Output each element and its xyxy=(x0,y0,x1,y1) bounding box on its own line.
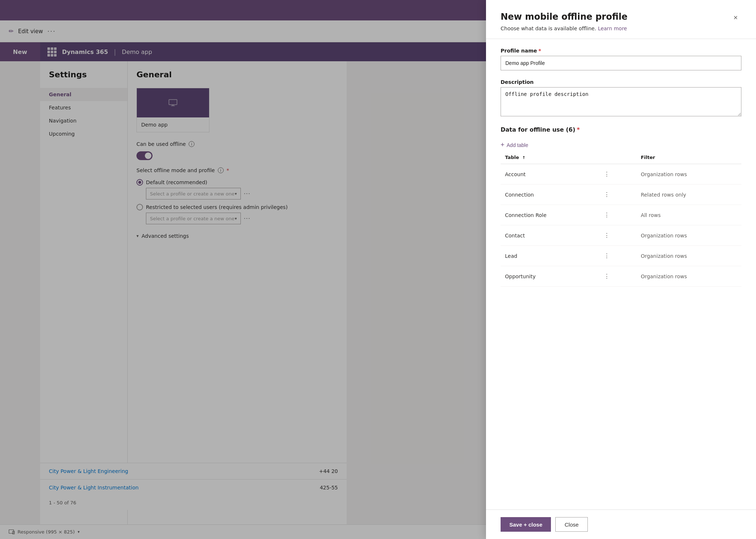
add-table-button[interactable]: + Add table xyxy=(501,139,528,151)
table-cell-name-3: Contact xyxy=(501,225,597,246)
modal-panel: New mobile offline profile × Choose what… xyxy=(486,0,756,539)
close-button[interactable]: Close xyxy=(555,517,587,532)
row-menu-btn-5[interactable]: ⋮ xyxy=(601,271,613,281)
table-cell-filter-4: Organization rows xyxy=(636,246,741,266)
add-table-label: Add table xyxy=(507,142,528,148)
table-cell-name-5: Opportunity xyxy=(501,266,597,287)
table-col-header-table[interactable]: Table ↑ xyxy=(501,151,597,164)
table-cell-filter-2: All rows xyxy=(636,205,741,225)
table-cell-name-4: Lead xyxy=(501,246,597,266)
row-menu-btn-0[interactable]: ⋮ xyxy=(601,169,613,179)
description-field: Description Offline profile description xyxy=(501,79,741,117)
offline-data-required-star: * xyxy=(577,126,580,133)
profile-name-required-star: * xyxy=(539,48,541,54)
table-row: Opportunity ⋮ Organization rows xyxy=(501,266,741,287)
modal-title-row: New mobile offline profile × xyxy=(501,12,741,23)
table-row: Account ⋮ Organization rows xyxy=(501,164,741,185)
modal-close-button[interactable]: × xyxy=(730,12,741,23)
offline-table-head: Table ↑ Filter xyxy=(501,151,741,164)
sort-arrow-icon: ↑ xyxy=(522,155,525,160)
learn-more-link[interactable]: Learn more xyxy=(598,26,627,31)
row-menu-btn-3[interactable]: ⋮ xyxy=(601,230,613,240)
profile-name-input[interactable] xyxy=(501,56,741,70)
row-menu-btn-4[interactable]: ⋮ xyxy=(601,251,613,261)
save-close-button[interactable]: Save + close xyxy=(501,517,551,532)
modal-body: Profile name * Description Offline profi… xyxy=(486,39,756,509)
row-menu-btn-2[interactable]: ⋮ xyxy=(601,210,613,220)
offline-table: Table ↑ Filter Account ⋮ Organization ro… xyxy=(501,151,741,287)
modal-footer: Save + close Close xyxy=(486,509,756,539)
profile-name-field: Profile name * xyxy=(501,48,741,70)
description-textarea[interactable]: Offline profile description xyxy=(501,87,741,116)
table-cell-name-1: Connection xyxy=(501,185,597,205)
modal-title: New mobile offline profile xyxy=(501,12,628,22)
table-col-header-filter: Filter xyxy=(636,151,741,164)
offline-data-title: Data for offline use (6) * xyxy=(501,126,580,133)
table-col-header-menu xyxy=(597,151,636,164)
profile-name-label: Profile name * xyxy=(501,48,741,54)
table-row: Lead ⋮ Organization rows xyxy=(501,246,741,266)
table-cell-name-0: Account xyxy=(501,164,597,185)
modal-header: New mobile offline profile × Choose what… xyxy=(486,0,756,39)
offline-table-header-row: Table ↑ Filter xyxy=(501,151,741,164)
table-cell-filter-3: Organization rows xyxy=(636,225,741,246)
table-cell-filter-0: Organization rows xyxy=(636,164,741,185)
offline-table-body: Account ⋮ Organization rows Connection ⋮… xyxy=(501,164,741,287)
table-cell-filter-1: Related rows only xyxy=(636,185,741,205)
table-cell-name-2: Connection Role xyxy=(501,205,597,225)
modal-subtitle-row: Choose what data is available offline. L… xyxy=(501,26,741,31)
plus-icon: + xyxy=(501,141,505,149)
table-row: Contact ⋮ Organization rows xyxy=(501,225,741,246)
row-menu-btn-1[interactable]: ⋮ xyxy=(601,190,613,199)
offline-data-section: Data for offline use (6) * + Add table T… xyxy=(501,126,741,287)
offline-data-header: Data for offline use (6) * xyxy=(501,126,741,133)
table-row: Connection ⋮ Related rows only xyxy=(501,185,741,205)
table-cell-filter-5: Organization rows xyxy=(636,266,741,287)
description-label: Description xyxy=(501,79,741,85)
modal-subtitle-text: Choose what data is available offline. xyxy=(501,26,596,31)
table-row: Connection Role ⋮ All rows xyxy=(501,205,741,225)
